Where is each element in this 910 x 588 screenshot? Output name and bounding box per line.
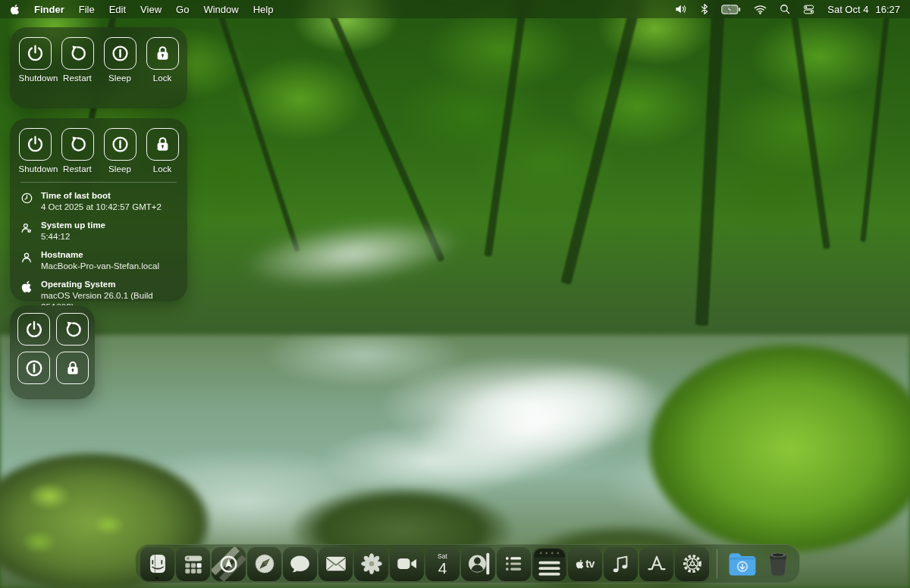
trash-icon [763,548,793,580]
downloads-folder-icon [726,547,759,580]
app-store-icon [644,551,670,577]
restart-button[interactable] [61,37,94,70]
info-value: 4 Oct 2025 at 10:42:57 GMT+2 [41,202,162,213]
volume-icon [675,4,688,14]
battery-status[interactable] [721,5,741,14]
mail-icon [323,551,349,577]
uptime-person-icon [20,221,33,235]
boot-time-row: Time of last boot 4 Oct 2025 at 10:42:57… [19,190,178,213]
control-center-icon [803,4,814,15]
music-icon [608,552,633,577]
hostname-person-icon [20,251,33,264]
shutdown-label: Shutdown [19,74,52,83]
sleep-button[interactable] [104,128,136,161]
desktop: Finder File Edit View Go Window Help [0,0,910,588]
sleep-label: Sleep [104,164,136,174]
spotlight-search[interactable] [780,4,790,14]
bluetooth-icon [701,4,708,14]
dock-calendar[interactable]: Sat 4 [425,547,460,581]
menu-bar: Finder File Edit View Go Window Help [0,0,910,18]
menu-bar-clock[interactable]: Sat Oct 4 16:27 [827,4,900,15]
dock-maps[interactable] [212,547,246,581]
sleep-label: Sleep [104,74,136,83]
menu-edit[interactable]: Edit [109,4,126,15]
power-icon [24,320,44,339]
apple-menu[interactable] [10,4,20,15]
dock-notes[interactable] [532,547,566,581]
shutdown-button[interactable] [19,128,52,161]
dock-safari[interactable] [247,547,281,581]
finder-icon [145,551,171,577]
restart-button[interactable] [56,313,89,346]
menu-finder[interactable]: Finder [34,4,64,15]
search-icon [780,4,790,14]
control-center[interactable] [803,4,814,15]
battery-charging-icon [721,5,741,14]
info-title: Hostname [41,249,159,261]
dock-mail[interactable] [318,547,353,581]
restart-icon [68,44,87,63]
apple-icon [21,280,32,293]
dock-messages[interactable] [283,547,317,581]
clock-time: 16:27 [875,4,900,15]
lock-button[interactable] [56,352,89,384]
sleep-button[interactable] [17,352,50,384]
bluetooth-status[interactable] [701,4,708,14]
hostname-row: Hostname MacBook-Pro-van-Stefan.local [19,249,178,272]
lock-icon [153,135,172,154]
sleep-icon [111,44,130,63]
volume-status[interactable] [675,4,688,14]
dock-divider [717,549,717,578]
menu-view[interactable]: View [140,4,162,15]
shutdown-button[interactable] [17,313,50,346]
apple-icon [10,4,20,15]
restart-label: Restart [61,164,94,174]
dock-photos[interactable] [354,547,388,581]
finder-running-indicator [155,577,158,580]
dock-app-store[interactable] [639,547,673,581]
power-icon [26,135,45,154]
menu-window[interactable]: Window [203,4,238,15]
apple-icon [576,559,584,569]
notes-icon [532,547,566,581]
shutdown-button[interactable] [19,37,52,70]
uptime-row: System up time 5:44:12 [19,220,178,242]
contacts-icon [464,549,493,578]
reminders-icon [501,551,527,577]
lock-icon [64,359,82,377]
widget-divider [20,182,177,183]
dock-downloads-folder[interactable] [725,547,759,581]
dock-trash[interactable] [761,547,795,581]
power-widget-mini [10,305,95,399]
dock-apps-launchpad[interactable] [176,547,210,581]
info-value: MacBook-Pro-van-Stefan.local [41,261,159,272]
wifi-icon [754,5,767,14]
dock-reminders[interactable] [497,547,531,581]
dock-music[interactable] [604,547,638,581]
dock-system-settings[interactable] [675,547,709,581]
restart-label: Restart [61,74,94,83]
dock-contacts[interactable] [461,547,495,581]
menu-help[interactable]: Help [253,4,274,15]
restart-icon [63,320,83,339]
menu-go[interactable]: Go [176,4,189,15]
lock-button[interactable] [146,37,179,70]
info-title: Operating System [41,279,178,290]
apps-grid-icon [180,551,206,577]
menu-file[interactable]: File [79,4,95,15]
sleep-icon [111,135,130,154]
shutdown-label: Shutdown [19,164,52,174]
lock-label: Lock [146,74,179,83]
dock-finder[interactable] [140,547,174,581]
power-info-widget: Shutdown Restart Sleep Lock [10,118,187,302]
facetime-icon [394,551,420,577]
lock-button[interactable] [146,128,179,161]
restart-button[interactable] [61,128,94,161]
dock: Sat 4 tv [135,544,800,583]
tv-label: tv [585,558,594,570]
wifi-status[interactable] [754,5,767,14]
dock-tv[interactable]: tv [568,547,602,581]
sleep-button[interactable] [104,37,136,70]
safari-icon [251,550,278,577]
dock-facetime[interactable] [390,547,424,581]
